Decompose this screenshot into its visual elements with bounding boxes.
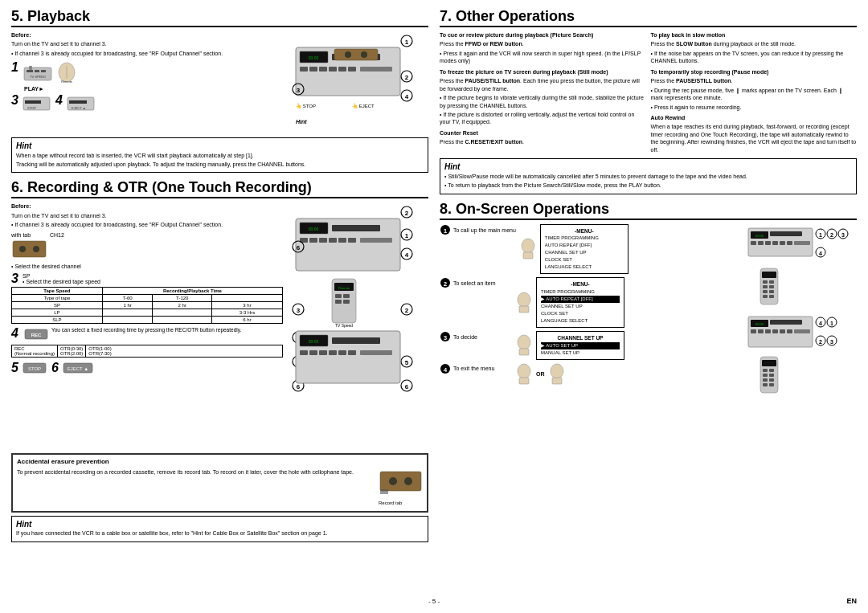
svg-rect-2: [35, 70, 39, 72]
svg-rect-145: [769, 280, 774, 284]
on-screen-step3: 3 To decide CHANNEL SET UP: [440, 331, 735, 360]
svg-rect-21: [300, 67, 308, 72]
or-label: OR: [536, 371, 545, 377]
other-ops-content: To cue or review picture during playback…: [440, 31, 857, 155]
rec-step3: SP • Select the desired tape speed: [23, 273, 100, 284]
svg-rect-27: [360, 67, 392, 72]
svg-rect-104: [380, 489, 388, 494]
svg-rect-98: [338, 350, 346, 355]
rec-ch12: CH12: [50, 232, 64, 238]
svg-text:Remote: Remote: [338, 286, 350, 290]
svg-rect-116: [519, 349, 529, 355]
svg-text:1: 1: [405, 232, 409, 239]
svg-rect-61: [360, 238, 392, 243]
svg-point-103: [404, 477, 412, 485]
svg-text:00:00: 00:00: [309, 227, 319, 231]
hand-diagram-1: TV SPEED: [23, 61, 53, 84]
on-screen-section: 8. On-Screen Operations 1: [440, 201, 857, 467]
picture-search-bullet1: Press it again and the VCR will now sear…: [440, 51, 641, 63]
svg-text:4: 4: [405, 93, 409, 100]
svg-rect-120: [519, 378, 529, 384]
svg-text:1: 1: [405, 39, 409, 46]
svg-text:00:00: 00:00: [755, 322, 764, 326]
svg-rect-172: [762, 360, 776, 366]
svg-text:👆 EJECT: 👆 EJECT: [352, 103, 375, 109]
svg-rect-10: [25, 100, 41, 104]
svg-rect-13: [69, 100, 87, 104]
playback-step4: 4 EJECT ▲: [55, 94, 95, 112]
on-screen-steps: 1 To call up the main menu -MENU-: [440, 224, 735, 467]
right-column: 7. Other Operations To cue or review pic…: [440, 8, 857, 602]
counter-reset-body: Press the C.RESET/EXIT button.: [440, 138, 646, 145]
svg-rect-133: [794, 241, 810, 245]
svg-text:4: 4: [405, 251, 409, 259]
svg-text:2: 2: [405, 307, 409, 314]
eject-button-icon: EJECT ▲: [63, 361, 93, 375]
svg-rect-128: [758, 241, 764, 245]
svg-text:2: 2: [405, 210, 409, 217]
svg-rect-160: [780, 329, 785, 333]
svg-text:6: 6: [297, 383, 301, 390]
svg-rect-179: [763, 383, 768, 386]
recording-title: 6. Recording & OTR (One Touch Recording): [11, 179, 428, 198]
tape-with-tab: [11, 238, 47, 260]
step4-num: 4: [440, 363, 451, 374]
svg-point-29: [345, 51, 351, 58]
slow-motion-header: To play back in slow motion: [651, 32, 726, 38]
rec-select-channel: • Select the desired channel: [11, 263, 283, 270]
svg-text:4: 4: [819, 321, 822, 326]
freeze-body: Press the PAUSE/STILL button. Each time …: [440, 77, 646, 92]
temp-stop-body: Press the PAUSE/STILL button.: [651, 77, 858, 84]
erasure-text: To prevent accidental recording on a rec…: [17, 468, 374, 477]
other-ops-hint-label: Hint: [444, 161, 852, 173]
svg-point-30: [361, 51, 367, 58]
svg-point-41: [19, 246, 26, 252]
playback-hint1: When a tape without record tab is insert…: [16, 152, 424, 159]
other-ops-hint2: To return to playback from the Picture S…: [448, 182, 661, 188]
other-ops-hint: Hint • Still/Slow/Pause mode will be aut…: [440, 158, 857, 194]
step2-num: 2: [440, 277, 451, 288]
svg-rect-129: [765, 241, 771, 245]
step1-menu: -MENU- TIMER PROGRAMMING AUTO REPEAT [DF…: [540, 224, 628, 275]
svg-rect-150: [763, 295, 768, 298]
ops-right: To play back in slow motion Press the SL…: [651, 31, 858, 155]
svg-rect-157: [758, 329, 764, 333]
step1-text: To call up the main menu: [453, 227, 516, 233]
svg-point-111: [518, 292, 530, 307]
svg-rect-57: [319, 238, 327, 243]
otr-table: REC(Normal recording) OTR(0:30)OTR(2:00)…: [11, 345, 283, 358]
svg-text:5: 5: [405, 359, 409, 366]
svg-rect-60: [348, 238, 356, 243]
on-screen-step4: 4 To exit the menu OR: [440, 363, 735, 386]
otr-cell-1: REC(Normal recording): [12, 345, 58, 357]
vcr-diagram-stop: STOP: [23, 94, 51, 112]
svg-rect-93: [332, 337, 380, 344]
svg-rect-146: [763, 285, 768, 288]
other-ops-section: 7. Other Operations To cue or review pic…: [440, 8, 857, 194]
slow-motion-body: Press the SLOW button during playback or…: [651, 40, 858, 47]
svg-rect-149: [769, 290, 774, 293]
en-badge: EN: [846, 597, 857, 605]
svg-rect-54: [332, 225, 380, 231]
record-tab-label: Record tab: [379, 500, 423, 506]
svg-text:2: 2: [819, 339, 822, 345]
on-screen-content: 1 To call up the main menu -MENU-: [440, 224, 857, 467]
recording-time-col: Recording/Playback Time: [102, 288, 282, 295]
channel-instruction: Turn on the TV and set it to channel 3.: [11, 40, 283, 47]
playback-hint-label: Hint: [16, 141, 424, 152]
page-number: - 5 -: [428, 598, 440, 605]
playback-content: Before: Turn on the TV and set it to cha…: [11, 31, 428, 137]
auto-rewind-text: When a tape reaches its end during playb…: [651, 123, 858, 153]
svg-text:2: 2: [444, 280, 448, 288]
on-screen-step1: 1 To call up the main menu -MENU-: [440, 224, 735, 275]
svg-rect-56: [309, 238, 317, 243]
svg-rect-159: [772, 329, 778, 333]
svg-text:6: 6: [297, 244, 301, 251]
step3-menu: CHANNEL SET UP ▶ AUTO SET UP MANUAL SET …: [536, 331, 624, 360]
svg-rect-122: [552, 378, 562, 384]
picture-search-header: To cue or review picture during playback…: [440, 32, 593, 38]
playback-step1: 1 TV SPEED: [11, 61, 283, 84]
left-column: 5. Playback Before: Turn on the TV and s…: [11, 8, 428, 602]
play-button-area: PLAY►: [11, 86, 283, 92]
freeze-bullet1: If the picture begins to vibrate vertica…: [440, 95, 644, 108]
